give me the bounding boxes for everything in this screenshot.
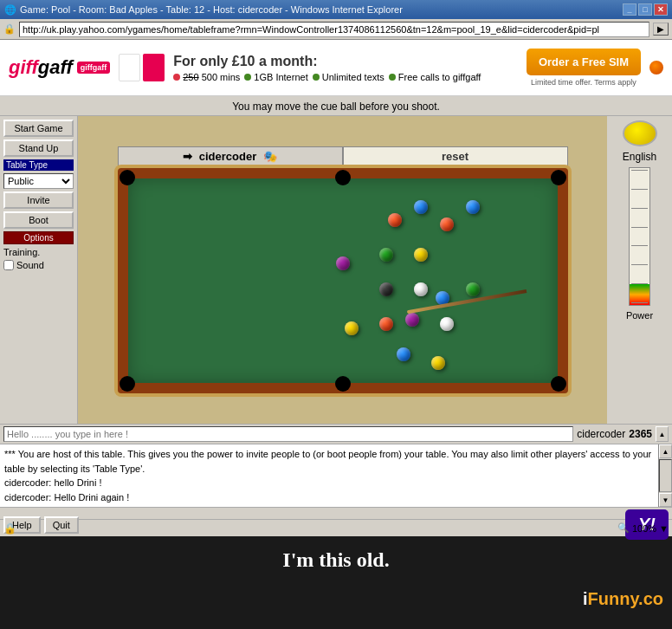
pocket-bottom-right — [551, 376, 566, 392]
ad-feature-texts: Unlimited texts — [313, 72, 384, 82]
quit-button[interactable]: Quit — [44, 516, 79, 534]
chat-message-2: cidercoder: hello Drini ! — [4, 476, 654, 490]
power-tick — [631, 302, 648, 303]
ball-9 — [345, 321, 359, 335]
chat-input[interactable] — [3, 426, 573, 442]
right-panel: English Power — [607, 116, 672, 424]
maximize-button[interactable]: □ — [638, 3, 652, 16]
chat-scroll-up-btn[interactable]: ▲ — [659, 444, 672, 458]
ball-6 — [336, 256, 350, 270]
player-tabs: ➡ cidercoder 🎭 reset — [118, 146, 568, 166]
pocket-bottom-mid — [335, 376, 351, 392]
lock-icon: 🔒 — [3, 522, 16, 535]
dot-icon — [173, 74, 180, 81]
zoom-level: 100% — [632, 523, 656, 534]
cue-ball — [414, 282, 428, 296]
ad-feature-texts-text: Unlimited texts — [322, 72, 384, 82]
zoom-dropdown-icon[interactable]: ▼ — [659, 523, 669, 534]
orange-circle-icon — [649, 61, 663, 75]
invite-button[interactable]: Invite — [3, 191, 74, 209]
address-bar: 🔒 ▶ — [0, 19, 672, 40]
sound-checkbox[interactable] — [3, 260, 14, 270]
ad-banner: giffgaff giffgaff For only £10 a month: … — [0, 40, 672, 96]
boot-button[interactable]: Boot — [3, 211, 74, 229]
power-tick — [631, 283, 648, 284]
ad-small-text: Limited time offer. Terms apply — [531, 78, 636, 87]
ifunny-text: iFunny.co — [583, 589, 663, 608]
chat-message-3: cidercoder: Hello Drini again ! — [4, 490, 654, 505]
english-indicator[interactable] — [623, 120, 657, 146]
ball-4 — [466, 200, 480, 214]
ball-13 — [440, 317, 454, 331]
title-bar-icon: 🌐 — [4, 4, 16, 16]
ad-feature-calls: Free calls to giffgaff — [389, 72, 481, 82]
ad-feature-internet: 1GB Internet — [244, 72, 307, 82]
player2-name: reset — [442, 150, 468, 163]
ad-text: For only £10 a month: 250 500 mins 1GB I… — [173, 54, 518, 82]
power-tick — [631, 227, 648, 228]
dot-icon — [244, 74, 251, 81]
player1-avatar: 🎭 — [263, 150, 277, 163]
chat-input-row: cidercoder 2365 ▲ — [0, 425, 672, 444]
game-message: You may move the cue ball before you sho… — [232, 101, 440, 113]
sim-card-white — [119, 54, 140, 81]
pocket-bottom-left — [120, 376, 135, 392]
table-type-select[interactable]: Public Private Friends — [3, 173, 74, 189]
ball-1 — [388, 213, 402, 227]
power-tick — [631, 264, 648, 265]
pool-table-wrapper[interactable] — [118, 168, 568, 393]
giffgaff-logo: giffgaff — [9, 56, 73, 79]
pocket-top-mid — [335, 170, 351, 185]
left-panel: Start Game Stand Up Table Type Public Pr… — [0, 116, 78, 424]
arrow-icon: ➡ — [183, 150, 192, 163]
go-button[interactable]: ▶ — [653, 23, 669, 36]
ball-14 — [466, 282, 480, 296]
close-button[interactable]: ✕ — [654, 3, 668, 16]
zoom-icon: 🔍 — [617, 522, 630, 534]
english-label: English — [623, 151, 656, 163]
ball-10 — [379, 317, 393, 331]
minimize-button[interactable]: _ — [623, 3, 636, 16]
pocket-top-left — [120, 170, 135, 185]
player1-tab[interactable]: ➡ cidercoder 🎭 — [118, 146, 343, 166]
player2-tab[interactable]: reset — [343, 146, 568, 166]
chat-scroll-track[interactable] — [659, 459, 672, 492]
ball-17 — [431, 356, 445, 370]
table-type-label: Table Type — [3, 159, 74, 171]
table-area: ➡ cidercoder 🎭 reset — [78, 116, 607, 424]
chat-scroll-area: *** You are host of this table. This giv… — [0, 444, 672, 507]
power-tick — [631, 189, 648, 190]
caption-text: I'm this old. — [282, 548, 389, 572]
chat-scrollbar-up[interactable]: ▲ — [656, 426, 669, 442]
ball-8 — [379, 282, 393, 296]
dot-icon — [389, 74, 396, 81]
order-sim-button[interactable]: Order a Free SIM — [527, 49, 641, 75]
chat-scroll-down-btn[interactable]: ▼ — [659, 493, 672, 507]
start-game-button[interactable]: Start Game — [3, 120, 74, 137]
ad-feature-internet-text: 1GB Internet — [254, 72, 307, 82]
dot-icon — [313, 74, 320, 81]
chat-message-1: *** You are host of this table. This giv… — [4, 447, 654, 476]
power-bar[interactable] — [629, 167, 650, 306]
power-label: Power — [626, 310, 653, 321]
ad-right: Order a Free SIM Limited time offer. Ter… — [527, 49, 641, 87]
power-tick — [631, 170, 648, 171]
options-button[interactable]: Options — [3, 231, 74, 244]
address-label: 🔒 — [3, 23, 16, 35]
chat-player-name: cidercoder — [577, 428, 625, 440]
address-input[interactable] — [19, 22, 649, 37]
stand-up-button[interactable]: Stand Up — [3, 139, 74, 157]
power-tick — [631, 245, 648, 246]
game-message-bar: You may move the cue ball before you sho… — [0, 96, 672, 116]
giffgaff-badge: giffgaff — [77, 62, 111, 74]
chat-messages: *** You are host of this table. This giv… — [0, 444, 658, 507]
pocket-top-right — [551, 170, 566, 185]
pool-table[interactable] — [118, 168, 568, 393]
ad-feature-mins: 250 500 mins — [173, 72, 240, 82]
ad-feature-mins-text: 250 500 mins — [183, 72, 240, 82]
ball-2 — [414, 200, 428, 214]
window-title: Game: Pool - Room: Bad Apples - Table: 1… — [20, 4, 403, 15]
power-tick — [631, 208, 648, 209]
chat-score: 2365 — [629, 428, 652, 440]
zoom-control: 🔍 100% ▼ — [617, 522, 669, 534]
